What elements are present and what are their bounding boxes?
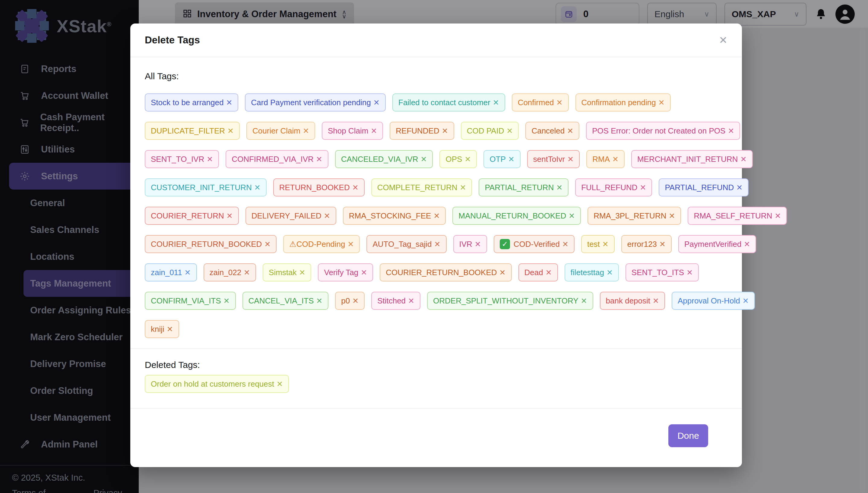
remove-tag-icon[interactable]: ✕ (185, 268, 191, 277)
remove-tag-icon[interactable]: ✕ (508, 155, 515, 164)
remove-tag-icon[interactable]: ✕ (556, 98, 563, 107)
tag-chip[interactable]: bank deposit✕ (600, 292, 665, 310)
remove-tag-icon[interactable]: ✕ (507, 127, 513, 135)
remove-tag-icon[interactable]: ✕ (602, 240, 608, 249)
tag-chip[interactable]: Confirmation pending✕ (576, 93, 671, 111)
remove-tag-icon[interactable]: ✕ (569, 212, 575, 220)
tag-chip[interactable]: zain_011✕ (145, 263, 197, 281)
tag-chip[interactable]: CONFIRMED_VIA_IVR✕ (226, 150, 328, 168)
tag-chip[interactable]: Order on hold at customers request✕ (145, 375, 289, 393)
remove-tag-icon[interactable]: ✕ (408, 297, 414, 305)
tag-chip[interactable]: OTP✕ (483, 150, 520, 168)
tag-chip[interactable]: COMPLETE_RETURN✕ (371, 178, 472, 196)
tag-chip[interactable]: COURIER_RETURN_BOOKED✕ (380, 263, 512, 281)
tag-chip[interactable]: Dead✕ (518, 263, 558, 281)
tag-chip[interactable]: Shop Claim✕ (322, 122, 383, 140)
tag-chip[interactable]: ORDER_SPLIT_WITHOUT_INVENTORY✕ (427, 292, 593, 310)
remove-tag-icon[interactable]: ✕ (348, 240, 354, 249)
tag-chip[interactable]: COURIER_RETURN_BOOKED✕ (145, 235, 276, 253)
remove-tag-icon[interactable]: ✕ (640, 183, 646, 192)
remove-tag-icon[interactable]: ✕ (659, 240, 666, 249)
tag-chip[interactable]: RMA✕ (586, 150, 625, 168)
tag-chip[interactable]: Courier Claim✕ (246, 122, 315, 140)
remove-tag-icon[interactable]: ✕ (227, 127, 234, 135)
remove-tag-icon[interactable]: ✕ (324, 212, 330, 220)
tag-chip[interactable]: test✕ (581, 235, 615, 253)
remove-tag-icon[interactable]: ✕ (653, 297, 659, 305)
tag-chip[interactable]: CANCEL_VIA_ITS✕ (243, 292, 329, 310)
remove-tag-icon[interactable]: ✕ (464, 155, 471, 164)
tag-chip[interactable]: Simstak✕ (263, 263, 311, 281)
tag-chip[interactable]: kniji✕ (145, 320, 179, 338)
remove-tag-icon[interactable]: ✕ (442, 127, 448, 135)
remove-tag-icon[interactable]: ✕ (774, 212, 781, 220)
tag-chip[interactable]: OPS✕ (439, 150, 477, 168)
remove-tag-icon[interactable]: ✕ (276, 380, 283, 388)
remove-tag-icon[interactable]: ✕ (373, 98, 380, 107)
remove-tag-icon[interactable]: ✕ (316, 297, 323, 305)
remove-tag-icon[interactable]: ✕ (744, 240, 750, 249)
remove-tag-icon[interactable]: ✕ (434, 240, 441, 249)
remove-tag-icon[interactable]: ✕ (352, 183, 358, 192)
remove-tag-icon[interactable]: ✕ (669, 212, 675, 220)
remove-tag-icon[interactable]: ✕ (562, 240, 569, 249)
remove-tag-icon[interactable]: ✕ (740, 155, 747, 164)
tag-chip[interactable]: PARTIAL_RETURN✕ (479, 178, 569, 196)
remove-tag-icon[interactable]: ✕ (254, 183, 261, 192)
remove-tag-icon[interactable]: ✕ (316, 155, 323, 164)
tag-chip[interactable]: filetesttag✕ (564, 263, 619, 281)
tag-chip[interactable]: MANUAL_RETURN_BOOKED✕ (452, 207, 581, 225)
remove-tag-icon[interactable]: ✕ (736, 183, 743, 192)
tag-chip[interactable]: MERCHANT_INIT_RETURN✕ (631, 150, 753, 168)
remove-tag-icon[interactable]: ✕ (226, 98, 232, 107)
remove-tag-icon[interactable]: ✕ (581, 297, 587, 305)
tag-chip[interactable]: ✓COD-Verified✕ (494, 235, 575, 253)
tag-chip[interactable]: RETURN_BOOKED✕ (273, 178, 365, 196)
tag-chip[interactable]: Confirmed✕ (512, 93, 569, 111)
remove-tag-icon[interactable]: ✕ (361, 268, 367, 277)
tag-chip[interactable]: REFUNDED✕ (390, 122, 454, 140)
remove-tag-icon[interactable]: ✕ (686, 268, 693, 277)
tag-chip[interactable]: Card Payment verification pending✕ (245, 93, 386, 111)
remove-tag-icon[interactable]: ✕ (475, 240, 481, 249)
remove-tag-icon[interactable]: ✕ (606, 268, 613, 277)
remove-tag-icon[interactable]: ✕ (421, 155, 427, 164)
remove-tag-icon[interactable]: ✕ (567, 127, 573, 135)
remove-tag-icon[interactable]: ✕ (299, 268, 306, 277)
remove-tag-icon[interactable]: ✕ (493, 98, 499, 107)
tag-chip[interactable]: Failed to contact customer✕ (392, 93, 505, 111)
tag-chip[interactable]: Canceled✕ (525, 122, 579, 140)
tag-chip[interactable]: Stitched✕ (371, 292, 420, 310)
remove-tag-icon[interactable]: ✕ (264, 240, 271, 249)
tag-chip[interactable]: SENT_TO_ITS✕ (625, 263, 699, 281)
remove-tag-icon[interactable]: ✕ (207, 155, 213, 164)
remove-tag-icon[interactable]: ✕ (658, 98, 665, 107)
remove-tag-icon[interactable]: ✕ (612, 155, 619, 164)
remove-tag-icon[interactable]: ✕ (556, 183, 562, 192)
tag-chip[interactable]: FULL_REFUND✕ (575, 178, 652, 196)
tag-chip[interactable]: p0✕ (335, 292, 365, 310)
tag-chip[interactable]: Approval On-Hold✕ (671, 292, 755, 310)
tag-chip[interactable]: zain_022✕ (204, 263, 256, 281)
tag-chip[interactable]: sentToIvr✕ (527, 150, 580, 168)
tag-chip[interactable]: IVR✕ (453, 235, 487, 253)
tag-chip[interactable]: AUTO_Tag_sajid✕ (367, 235, 446, 253)
tag-chip[interactable]: DELIVERY_FAILED✕ (246, 207, 336, 225)
tag-chip[interactable]: CUSTOMER_INIT_RETURN✕ (145, 178, 267, 196)
tag-chip[interactable]: RMA_SELF_RETURN✕ (688, 207, 787, 225)
remove-tag-icon[interactable]: ✕ (567, 155, 574, 164)
remove-tag-icon[interactable]: ✕ (167, 325, 173, 334)
close-icon[interactable]: ✕ (719, 35, 728, 45)
tag-chip[interactable]: PaymentVerified✕ (678, 235, 756, 253)
tag-chip[interactable]: COD PAID✕ (461, 122, 519, 140)
tag-chip[interactable]: Verify Tag✕ (318, 263, 373, 281)
done-button[interactable]: Done (668, 424, 708, 447)
tag-chip[interactable]: POS Error: Order not Created on POS✕ (586, 122, 740, 140)
remove-tag-icon[interactable]: ✕ (303, 127, 309, 135)
remove-tag-icon[interactable]: ✕ (460, 183, 466, 192)
tag-chip[interactable]: error123✕ (621, 235, 671, 253)
tag-chip[interactable]: PARTIAL_REFUND✕ (659, 178, 748, 196)
remove-tag-icon[interactable]: ✕ (545, 268, 552, 277)
remove-tag-icon[interactable]: ✕ (743, 297, 749, 305)
remove-tag-icon[interactable]: ✕ (499, 268, 506, 277)
